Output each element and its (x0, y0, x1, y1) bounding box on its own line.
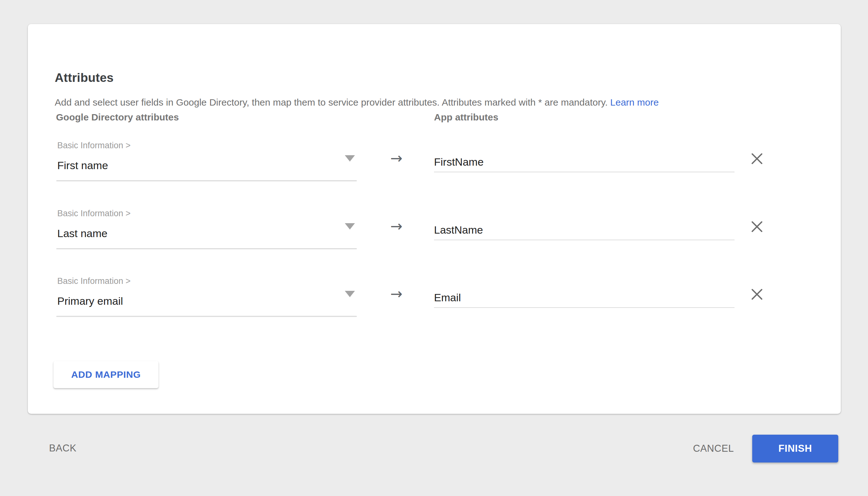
mapping-arrow-icon: → (390, 286, 403, 301)
remove-mapping-button[interactable] (750, 219, 764, 234)
app-attribute-input[interactable] (434, 220, 734, 240)
chevron-down-icon (345, 291, 355, 297)
attribute-category-label: Basic Information > (57, 140, 131, 151)
attributes-card: Attributes Add and select user fields in… (28, 24, 841, 414)
description-body: Add and select user fields in Google Dir… (55, 97, 608, 108)
google-attribute-select[interactable]: First name (56, 150, 357, 181)
chevron-down-icon (345, 223, 355, 230)
description-text: Add and select user fields in Google Dir… (55, 96, 659, 109)
google-attribute-select[interactable]: Last name (56, 217, 357, 249)
close-icon (750, 152, 764, 166)
back-button[interactable]: BACK (49, 442, 77, 454)
add-mapping-button[interactable]: ADD MAPPING (54, 361, 158, 388)
learn-more-link[interactable]: Learn more (610, 97, 659, 108)
mapping-row: Basic Information > Primary email → (28, 276, 841, 323)
close-icon (750, 219, 764, 234)
app-attribute-input[interactable] (434, 152, 734, 172)
attribute-category-label: Basic Information > (57, 208, 131, 219)
mapping-arrow-icon: → (390, 219, 403, 233)
attribute-mapping-page: { "colors": { "page_background": "#ecece… (0, 0, 868, 496)
column-header-google-directory: Google Directory attributes (56, 112, 179, 123)
column-header-app-attributes: App attributes (434, 112, 498, 123)
remove-mapping-button[interactable] (750, 152, 764, 166)
google-attribute-value: First name (57, 159, 108, 172)
google-attribute-value: Last name (57, 227, 108, 239)
finish-button[interactable]: FINISH (752, 435, 838, 463)
remove-mapping-button[interactable] (750, 287, 764, 301)
cancel-button[interactable]: CANCEL (693, 443, 734, 454)
mapping-row: Basic Information > Last name → (28, 208, 841, 255)
select-underline (56, 316, 357, 317)
mapping-row: Basic Information > First name → (28, 140, 841, 187)
google-attribute-value: Primary email (57, 295, 123, 307)
chevron-down-icon (345, 155, 355, 161)
mapping-arrow-icon: → (390, 151, 403, 165)
google-attribute-select[interactable]: Primary email (56, 285, 357, 317)
close-icon (750, 287, 764, 301)
attribute-category-label: Basic Information > (57, 276, 131, 286)
select-underline (56, 180, 357, 181)
select-underline (56, 248, 357, 249)
app-attribute-input[interactable] (434, 288, 734, 308)
page-title: Attributes (55, 71, 113, 85)
